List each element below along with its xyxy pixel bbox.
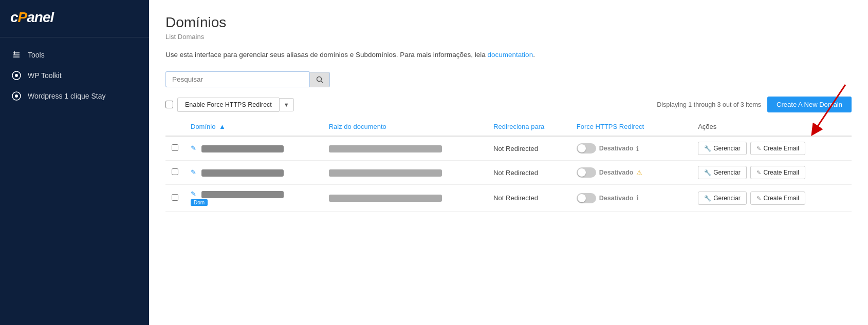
email-icon-1: ✎: [756, 145, 761, 151]
domain-sort-arrow: ▲: [219, 123, 226, 130]
td-redirect-2: Not Redirected: [487, 161, 570, 185]
dom-tag-3: Dom: [191, 199, 208, 206]
domain-blur-1: [201, 145, 284, 152]
manage-button-3[interactable]: 🔧Gerenciar: [698, 192, 747, 205]
edit-icon-3[interactable]: ✎: [191, 190, 196, 198]
table-row: ✎ Not Redirected: [165, 136, 852, 161]
td-docroot-2: [323, 161, 487, 185]
create-email-button-1[interactable]: ✎Create Email: [750, 142, 805, 155]
sidebar-item-tools-label: Tools: [28, 51, 45, 59]
https-toggle-1[interactable]: [577, 143, 596, 154]
th-actions: Ações: [692, 118, 852, 136]
svg-line-9: [321, 81, 323, 83]
create-email-button-2[interactable]: ✎Create Email: [750, 166, 805, 179]
th-domain-label: Domínio: [191, 123, 215, 130]
main-content-area: Domínios List Domains Use esta interface…: [149, 0, 868, 325]
toggle-wrap-2: Desativado ⚠: [577, 167, 686, 178]
sidebar-nav: Tools WP Toolkit Wordpress 1 clique Stay: [0, 37, 149, 113]
manage-icon-3: 🔧: [704, 195, 711, 201]
td-domain-2: ✎: [184, 161, 323, 185]
redirect-value-1: Not Redirected: [493, 145, 538, 152]
search-button[interactable]: [309, 72, 330, 87]
domain-blur-3: [201, 191, 284, 198]
search-input[interactable]: [165, 71, 309, 87]
create-domain-button[interactable]: Create A New Domain: [767, 97, 852, 112]
sidebar-item-wp-toolkit-label: WP Toolkit: [28, 71, 62, 80]
toolbar-left: Enable Force HTTPS Redirect ▼: [165, 98, 294, 112]
sidebar-item-wordpress-stay[interactable]: Wordpress 1 clique Stay: [0, 86, 149, 106]
sidebar-item-wp-toolkit[interactable]: WP Toolkit: [0, 65, 149, 86]
https-toggle-2[interactable]: [577, 167, 596, 178]
toggle-thumb-2: [578, 168, 586, 177]
td-redirect-1: Not Redirected: [487, 136, 570, 161]
toggle-label-3: Desativado: [599, 195, 634, 202]
sidebar-item-wordpress-stay-label: Wordpress 1 clique Stay: [28, 92, 105, 100]
table-header: Domínio ▲ Raiz do documento Redireciona …: [165, 118, 852, 136]
row-checkbox-2[interactable]: [172, 168, 178, 175]
table-row: ✎ Dom Not Redirected: [165, 185, 852, 212]
info-icon-1[interactable]: ℹ: [636, 145, 639, 152]
create-email-button-3[interactable]: ✎Create Email: [750, 192, 805, 205]
domains-table: Domínio ▲ Raiz do documento Redireciona …: [165, 118, 852, 212]
th-check: [165, 118, 184, 136]
td-docroot-3: [323, 185, 487, 212]
redirect-value-2: Not Redirected: [493, 169, 538, 177]
toggle-wrap-3: Desativado ℹ: [577, 193, 686, 203]
th-docroot[interactable]: Raiz do documento: [323, 118, 487, 136]
td-redirect-3: Not Redirected: [487, 185, 570, 212]
toggle-wrap-1: Desativado ℹ: [577, 143, 686, 154]
th-domain[interactable]: Domínio ▲: [184, 118, 323, 136]
manage-button-2[interactable]: 🔧Gerenciar: [698, 166, 747, 179]
toolbar-right: Displaying 1 through 3 out of 3 items Cr…: [657, 97, 852, 112]
docroot-blur-1: [329, 145, 442, 152]
td-actions-1: 🔧Gerenciar ✎Create Email: [692, 136, 852, 161]
td-actions-3: 🔧Gerenciar ✎Create Email: [692, 185, 852, 212]
select-all-checkbox[interactable]: [165, 101, 173, 108]
info-icon-3[interactable]: ℹ: [636, 194, 639, 202]
wp-toolkit-icon: [11, 70, 22, 81]
wordpress-stay-icon: [11, 91, 22, 101]
description-static: Use esta interface para gerenciar seus a…: [165, 51, 488, 59]
td-domain-1: ✎: [184, 136, 323, 161]
documentation-link[interactable]: documentation: [488, 51, 533, 59]
docroot-blur-2: [329, 169, 442, 177]
cpanel-logo: cPanel: [10, 9, 139, 26]
logo-area: cPanel: [0, 0, 149, 37]
email-icon-3: ✎: [756, 195, 761, 201]
row-checkbox-1[interactable]: [172, 144, 178, 151]
manage-button-1[interactable]: 🔧Gerenciar: [698, 142, 747, 155]
edit-icon-2[interactable]: ✎: [191, 168, 196, 176]
edit-icon-1[interactable]: ✎: [191, 144, 196, 152]
email-icon-2: ✎: [756, 169, 761, 176]
search-icon: [316, 76, 323, 83]
th-force-https[interactable]: Force HTTPS Redirect: [570, 118, 692, 136]
td-check-1: [165, 136, 184, 161]
manage-icon-1: 🔧: [704, 145, 711, 151]
toolbar-row: Enable Force HTTPS Redirect ▼ Displaying…: [165, 97, 852, 118]
warn-icon-2[interactable]: ⚠: [636, 169, 642, 177]
https-dropdown-button[interactable]: ▼: [279, 98, 294, 111]
sidebar-item-tools[interactable]: Tools: [0, 45, 149, 65]
th-actions-label: Ações: [698, 123, 716, 130]
page-title: Domínios: [165, 14, 852, 31]
td-actions-2: 🔧Gerenciar ✎Create Email: [692, 161, 852, 185]
td-https-2: Desativado ⚠: [570, 161, 692, 185]
description-text: Use esta interface para gerenciar seus a…: [165, 50, 852, 60]
tools-icon: [11, 50, 22, 60]
toggle-label-1: Desativado: [599, 145, 634, 152]
search-bar: [165, 71, 852, 87]
https-toggle-3[interactable]: [577, 193, 596, 203]
domain-blur-2: [201, 169, 284, 177]
td-https-1: Desativado ℹ: [570, 136, 692, 161]
td-docroot-1: [323, 136, 487, 161]
th-docroot-label: Raiz do documento: [329, 123, 386, 130]
table-row: ✎ Not Redirected: [165, 161, 852, 185]
enable-https-button[interactable]: Enable Force HTTPS Redirect: [177, 98, 279, 112]
th-redirect[interactable]: Redireciona para: [487, 118, 570, 136]
td-https-3: Desativado ℹ: [570, 185, 692, 212]
row-checkbox-3[interactable]: [172, 194, 178, 201]
toggle-thumb-1: [578, 144, 586, 152]
toggle-thumb-3: [578, 194, 586, 202]
manage-icon-2: 🔧: [704, 169, 711, 176]
docroot-blur-3: [329, 195, 442, 202]
